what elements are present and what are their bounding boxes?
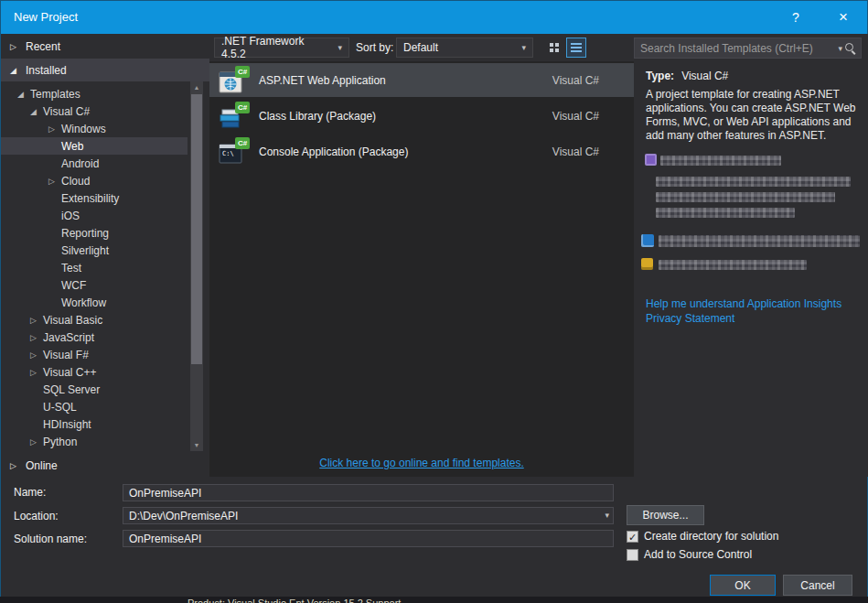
scrollbar-thumb[interactable]: [191, 94, 202, 364]
tree-item-python[interactable]: Python: [1, 433, 188, 450]
tree-item-web[interactable]: Web: [1, 137, 188, 155]
template-item-aspnet-web-application[interactable]: C# ASP.NET Web Application Visual C#: [209, 63, 634, 97]
location-input[interactable]: [123, 507, 614, 524]
sort-dropdown[interactable]: Default ▾: [396, 38, 533, 58]
expand-arrow-icon[interactable]: [17, 90, 30, 99]
location-dropdown-icon[interactable]: ▾: [605, 511, 609, 520]
redacted-app-icon: [645, 154, 657, 166]
tree-item-templates[interactable]: Templates: [1, 85, 188, 102]
collapse-arrow-icon[interactable]: [48, 177, 61, 186]
list-view-button[interactable]: [566, 38, 586, 58]
tree-item-extensibility[interactable]: Extensibility: [1, 189, 188, 207]
sidebar-item-online[interactable]: Online: [1, 455, 209, 477]
help-button[interactable]: ?: [781, 1, 810, 34]
privacy-statement-link[interactable]: Privacy Statement: [646, 312, 734, 325]
create-directory-label: Create directory for solution: [644, 530, 778, 543]
titlebar[interactable]: New Project ? ×: [1, 1, 867, 34]
collapse-arrow-icon[interactable]: [48, 124, 61, 134]
collapse-arrow-icon[interactable]: [30, 437, 43, 447]
expand-arrow-icon[interactable]: [30, 107, 43, 116]
tree-item-silverlight[interactable]: Silverlight: [1, 242, 188, 259]
tree-item-u-sql[interactable]: U-SQL: [1, 398, 188, 415]
tree-scrollbar[interactable]: ▲ ▼: [190, 81, 203, 451]
csharp-badge-icon: C#: [235, 66, 250, 78]
project-form: Name: Location: ▾ Browse... Solution nam…: [1, 477, 867, 597]
tree-item-hdinsight[interactable]: HDInsight: [1, 415, 188, 433]
small-icons-view-button[interactable]: [544, 38, 564, 58]
create-directory-checkbox[interactable]: ✓ Create directory for solution: [627, 530, 778, 543]
tree-item-windows[interactable]: Windows: [1, 120, 188, 137]
tree-item-reporting[interactable]: Reporting: [1, 224, 188, 242]
collapse-arrow-icon[interactable]: [30, 316, 43, 325]
redacted-account-icon: [641, 234, 654, 247]
name-input[interactable]: [123, 484, 614, 501]
sidebar-item-recent[interactable]: Recent: [1, 36, 209, 58]
framework-dropdown[interactable]: .NET Framework 4.5.2 ▾: [214, 38, 349, 58]
checkbox-checked-icon[interactable]: ✓: [627, 531, 638, 543]
tree-item-android[interactable]: Android: [1, 155, 188, 172]
application-insights-help-link[interactable]: Help me understand Application Insights: [646, 297, 841, 310]
template-language: Visual C#: [552, 110, 599, 123]
tree-item-cloud[interactable]: Cloud: [1, 172, 188, 189]
tree-item-ios[interactable]: iOS: [1, 207, 188, 224]
type-label: Type:: [646, 70, 674, 82]
tree-item-wcf[interactable]: WCF: [1, 276, 188, 294]
tree-item-javascript[interactable]: JavaScript: [1, 328, 188, 346]
redacted-text: [656, 208, 795, 218]
cancel-button[interactable]: Cancel: [783, 575, 852, 596]
tree-item-visual-fsharp[interactable]: Visual F#: [1, 346, 188, 363]
sortby-label: Sort by:: [356, 34, 393, 61]
collapse-arrow-icon[interactable]: [10, 42, 23, 51]
template-name: ASP.NET Web Application: [259, 74, 552, 87]
tree-item-visual-csharp[interactable]: Visual C#: [1, 102, 188, 120]
collapse-arrow-icon[interactable]: [30, 350, 43, 360]
location-combo: ▾: [123, 507, 614, 524]
solution-name-input[interactable]: [123, 530, 614, 547]
find-templates-online-link[interactable]: Click here to go online and find templat…: [209, 457, 634, 469]
tree-item-test[interactable]: Test: [1, 259, 188, 276]
csharp-badge-icon: C#: [235, 102, 250, 113]
name-label: Name:: [14, 486, 46, 499]
recent-label: Recent: [26, 40, 60, 53]
details-panel: Type:Visual C# A project template for cr…: [634, 61, 868, 477]
redacted-text: [659, 235, 860, 247]
browse-button[interactable]: Browse...: [627, 505, 704, 525]
window-title: New Project: [14, 1, 78, 34]
scroll-down-icon[interactable]: ▼: [190, 439, 203, 451]
collapse-arrow-icon[interactable]: [10, 461, 23, 470]
add-source-control-label: Add to Source Control: [644, 548, 752, 561]
tree-item-workflow[interactable]: Workflow: [1, 294, 188, 311]
tree-item-sql-server[interactable]: SQL Server: [1, 381, 188, 398]
add-source-control-checkbox[interactable]: Add to Source Control: [627, 548, 752, 561]
csharp-badge-icon: C#: [235, 137, 250, 149]
ok-button[interactable]: OK: [710, 575, 776, 596]
search-input[interactable]: [635, 42, 830, 55]
template-type-line: Type:Visual C#: [646, 70, 728, 82]
class-library-icon: C#: [219, 102, 250, 131]
tree-item-visual-cpp[interactable]: Visual C++: [1, 363, 188, 381]
expand-arrow-icon[interactable]: [10, 66, 23, 75]
installed-label: Installed: [26, 64, 67, 77]
type-value: Visual C#: [681, 70, 728, 82]
collapse-arrow-icon[interactable]: [30, 333, 43, 342]
location-label: Location:: [14, 510, 59, 522]
template-description: A project template for creating ASP.NET …: [646, 88, 860, 143]
framework-value: .NET Framework 4.5.2: [221, 35, 330, 60]
template-name: Console Application (Package): [259, 145, 552, 158]
redacted-text: [659, 260, 807, 270]
close-button[interactable]: ×: [827, 1, 860, 34]
sidebar-item-installed[interactable]: Installed: [1, 59, 209, 81]
new-project-dialog: New Project ? × Recent Installed Templat…: [0, 0, 868, 597]
list-view-icon: [571, 43, 582, 52]
redacted-warning-icon: [641, 258, 653, 270]
collapse-arrow-icon[interactable]: [30, 368, 43, 377]
template-item-class-library-package[interactable]: C# Class Library (Package) Visual C#: [209, 99, 634, 133]
template-language: Visual C#: [552, 74, 599, 87]
console-application-icon: C:\ C#: [219, 137, 250, 167]
scroll-up-icon[interactable]: ▲: [190, 81, 203, 93]
template-item-console-application-package[interactable]: C:\ C# Console Application (Package) Vis…: [209, 135, 634, 168]
checkbox-unchecked-icon[interactable]: [627, 549, 638, 561]
tree-item-visual-basic[interactable]: Visual Basic: [1, 311, 188, 328]
aspnet-web-application-icon: C#: [219, 66, 250, 95]
search-icon[interactable]: [842, 41, 857, 56]
